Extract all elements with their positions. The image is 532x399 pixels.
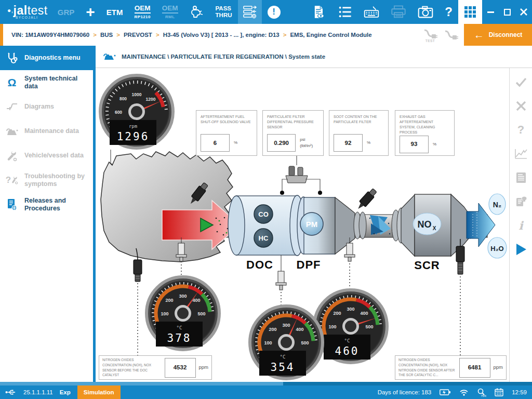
connection-test-button: TEST: [422, 27, 438, 43]
add-button[interactable]: +: [80, 0, 101, 24]
close-button[interactable]: [515, 0, 532, 24]
param-box-diff-pressure: PARTICULATE FILTER DIFFERENTIAL PRESSURE…: [262, 110, 324, 156]
datalink-button[interactable]: [238, 0, 262, 24]
adapter-config-button[interactable]: [184, 0, 210, 24]
page-title: MAINTENANCE \ PARTICULATE FILTER REGENER…: [122, 54, 325, 60]
horizontal-scrollbar[interactable]: [0, 382, 532, 385]
maintenance-oilcan-icon: [103, 51, 116, 62]
help-button[interactable]: ?: [439, 0, 458, 24]
sidebar-item-diagrams: Diagrams: [0, 95, 96, 119]
line-chart-icon: [514, 148, 528, 160]
oem-rml-button: OEM RML: [156, 0, 184, 24]
pass-thru-button[interactable]: PASS THRU: [210, 0, 238, 24]
clock: 12:59: [512, 389, 527, 395]
svg-text:1000: 1000: [132, 92, 142, 97]
plus-icon: +: [86, 3, 95, 21]
sidebar-item-maintenance-data: Maintenance data: [0, 119, 96, 143]
h2o-label: H₂O: [490, 245, 503, 252]
sidebar-item-diagnostics-menu[interactable]: Diagnostics menu: [0, 46, 96, 70]
zoom-level-icon[interactable]: 75%: [477, 388, 486, 397]
sidebar-item-troubleshooting: ? Troubleshooting by symptoms: [0, 168, 96, 192]
minimize-button[interactable]: [482, 0, 499, 24]
temp-probe-2: [276, 255, 286, 290]
wifi-icon: [459, 389, 469, 396]
svg-text:200: 200: [333, 311, 341, 316]
breadcrumb-model[interactable]: H3-45 (Volvo V3) [ 2013 - ... ], engine:…: [163, 32, 280, 38]
grp-button[interactable]: GRP: [52, 0, 81, 24]
alerts-button[interactable]: !: [262, 0, 286, 24]
breadcrumb: VIN: 1M1AW09Y4HM079060 > BUS > PREVOST >…: [11, 32, 372, 38]
disconnect-button[interactable]: ← Disconnect: [464, 24, 532, 46]
question-icon: ?: [445, 5, 453, 19]
svg-text:300: 300: [347, 307, 354, 312]
param-unit: %: [433, 141, 436, 148]
svg-text:°C: °C: [280, 354, 286, 360]
nox-box-before-doc: NITROGEN OXIDES CONCENTRATION (NOX), NOX…: [99, 355, 212, 380]
report-button: [514, 171, 528, 184]
svg-text:600: 600: [115, 110, 122, 115]
keyboard-button[interactable]: [358, 0, 385, 24]
sidebar-item-system-technical-data[interactable]: Ω System technical data: [0, 70, 96, 95]
oil-can-icon: [4, 126, 20, 137]
wrench-icon: [4, 150, 20, 162]
back-arrow-icon: ←: [474, 30, 484, 40]
sidebar-item-label: Maintenance data: [24, 127, 79, 135]
list-icon: [338, 5, 352, 19]
device-ip: 25.1.1.1.11: [23, 389, 53, 395]
rpm-unit: rpm: [129, 124, 137, 129]
svg-text:400: 400: [360, 311, 368, 316]
report-preview-button[interactable]: [306, 0, 332, 24]
param-value: 93: [400, 136, 429, 153]
breadcrumb-make[interactable]: PREVOST: [124, 32, 152, 38]
cable-icon: [443, 28, 459, 42]
graph-view-button: [514, 147, 528, 161]
svg-text:100: 100: [161, 311, 168, 316]
licence-days: Days of licence: 183: [378, 389, 432, 395]
param-value: 92: [334, 134, 363, 152]
sidebar-item-label: Diagrams: [24, 103, 54, 110]
temp1-value: 378: [167, 332, 192, 344]
scrollbar-thumb[interactable]: [0, 382, 283, 385]
nox-sub-label: X: [433, 225, 436, 231]
n2-label: N₂: [493, 201, 501, 209]
svg-text:1200: 1200: [146, 97, 156, 102]
play-icon: [515, 243, 527, 256]
param-unit: psi (lbf/in²): [300, 137, 319, 149]
orange-accent-strip: [0, 24, 3, 46]
nox-box-after-scr: NITROGEN OXIDES CONCENTRATION (NOX), NOX…: [395, 355, 507, 380]
doc-caption: DOC: [246, 258, 273, 271]
cancel-button: [514, 99, 528, 113]
param-box-cleaning-process: EXHAUST GAS AFTERTREATMENT SYSTEM, CLEAN…: [395, 110, 455, 156]
screenshot-button[interactable]: [412, 0, 439, 24]
sidebar-item-releases-procedures[interactable]: Releases and Procedures: [0, 192, 96, 217]
apps-menu-button[interactable]: [458, 0, 482, 24]
check-icon: [515, 76, 527, 88]
vehicle-breadcrumb-bar: VIN: 1M1AW09Y4HM079060 > BUS > PREVOST >…: [0, 24, 532, 46]
breadcrumb-system[interactable]: EMS, Engine Control Module: [290, 32, 371, 38]
nox-label: NO: [418, 219, 432, 230]
param-unit: %: [367, 140, 370, 146]
expert-mode-label: Exp: [60, 389, 71, 395]
exclamation-icon: !: [268, 6, 281, 19]
keyboard-icon: [364, 5, 379, 19]
oem-rp1210-button[interactable]: OEM RP1210: [128, 0, 156, 24]
breadcrumb-vehicle-type[interactable]: BUS: [100, 32, 113, 38]
sidebar-item-label: Vehicle/vessel data: [24, 152, 84, 159]
sidebar-item-label: System technical data: [24, 75, 90, 90]
action-toolbar: ? i: [509, 68, 532, 382]
svg-text:°C: °C: [177, 325, 182, 330]
param-value: 0.290: [267, 134, 296, 152]
etm-button[interactable]: ETM: [101, 0, 129, 24]
temp3-value: 460: [335, 345, 360, 357]
calendar-icon[interactable]: [495, 388, 503, 396]
param-label: AFTERTREATMENT FUEL SHUT-OFF SOLENOID VA…: [201, 114, 252, 125]
confirm-button: [514, 75, 528, 89]
connection-status-button: [443, 28, 459, 42]
play-button[interactable]: [514, 243, 528, 256]
nox-unit: ppm: [199, 364, 208, 371]
copy-data-button: [514, 195, 528, 208]
list-view-button[interactable]: [332, 0, 358, 24]
jaltest-logo: ●,jaltest BYCOJALI: [3, 0, 52, 24]
restore-button[interactable]: [499, 0, 515, 24]
doc-catalyst: CO HC: [228, 195, 310, 256]
